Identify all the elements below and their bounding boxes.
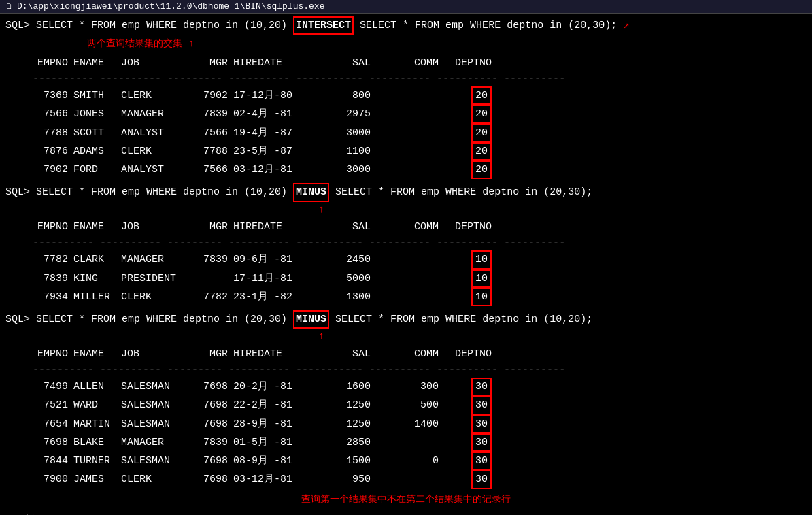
table-row: 7698BLAKEMANAGER783901-5月 -81285030 <box>5 433 807 452</box>
deptno-value: 30 <box>471 415 492 433</box>
intersect-keyword: INTERSECT <box>293 16 354 35</box>
main-content: SQL> SELECT * FROM emp WHERE deptno in (… <box>0 14 812 515</box>
table-row: 7499ALLENSALESMAN769820-2月 -81160030030 <box>5 378 807 396</box>
table-row: 7566JONESMANAGER783902-4月 -81297520 <box>5 105 807 123</box>
table-row: 7934MILLERCLERK778223-1月 -82130010 <box>5 288 807 306</box>
minus2-keyword: MINUS <box>293 310 329 329</box>
table-row: 7902FORDANALYST756603-12月-81300020 <box>5 161 807 179</box>
deptno-value: 10 <box>471 269 492 288</box>
intersect-section: SQL> SELECT * FROM emp WHERE deptno in (… <box>5 16 807 179</box>
minus2-separator: ---------- ---------- --------- --------… <box>5 362 807 378</box>
deptno-value: 20 <box>471 161 492 179</box>
deptno-value: 10 <box>471 288 492 306</box>
table-row: 7876ADAMSCLERK778823-5月 -87110020 <box>5 142 807 161</box>
minus2-annotation: 查询第一个结果集中不在第二个结果集中的记录行 <box>5 492 807 508</box>
table-row: 7844TURNERSALESMAN769808-9月 -811500030 <box>5 452 807 470</box>
deptno-value: 10 <box>471 250 492 269</box>
table-row: 7654MARTINSALESMAN769828-9月 -81125014003… <box>5 415 807 433</box>
status-line: 已选择6行。 <box>5 512 807 515</box>
intersect-sql-line: SQL> SELECT * FROM emp WHERE deptno in (… <box>5 16 807 35</box>
minus2-sql-line: SQL> SELECT * FROM emp WHERE deptno in (… <box>5 310 807 329</box>
deptno-value: 30 <box>471 433 492 452</box>
minus1-headers: EMPNOENAMEJOBMGRHIREDATESALCOMMDEPTNO <box>5 219 807 235</box>
minus1-keyword: MINUS <box>293 183 329 201</box>
minus1-section: SQL> SELECT * FROM emp WHERE deptno in (… <box>5 183 807 306</box>
deptno-value: 20 <box>471 142 492 161</box>
deptno-value: 20 <box>471 105 492 123</box>
arrow-right-1: ↗ <box>617 20 629 31</box>
minus2-section: SQL> SELECT * FROM emp WHERE deptno in (… <box>5 310 807 508</box>
deptno-value: 30 <box>471 470 492 488</box>
deptno-value: 30 <box>471 452 492 470</box>
table-row: 7839KINGPRESIDENT17-11月-81500010 <box>5 269 807 288</box>
minus1-sql-line: SQL> SELECT * FROM emp WHERE deptno in (… <box>5 183 807 201</box>
table-row: 7900JAMESCLERK769803-12月-8195030 <box>5 470 807 488</box>
window-path: D:\app\xiongjiawei\product\11.2.0\dbhome… <box>17 1 324 12</box>
intersect-annotation: 两个查询结果集的交集 ↑ <box>87 36 807 52</box>
deptno-value: 30 <box>471 396 492 414</box>
minus1-separator: ---------- ---------- --------- --------… <box>5 235 807 250</box>
deptno-value: 20 <box>471 124 492 142</box>
deptno-value: 30 <box>471 378 492 396</box>
intersect-separator: ---------- ---------- --------- --------… <box>5 71 807 86</box>
minus2-headers: EMPNOENAMEJOBMGRHIREDATESALCOMMDEPTNO <box>5 346 807 362</box>
window-icon: 🗋 <box>5 2 13 11</box>
deptno-value: 20 <box>471 86 492 105</box>
title-bar: 🗋 D:\app\xiongjiawei\product\11.2.0\dbho… <box>0 0 812 14</box>
intersect-headers: EMPNOENAMEJOBMGRHIREDATESALCOMMDEPTNO <box>5 55 807 71</box>
table-row: 7369SMITHCLERK790217-12月-8080020 <box>5 86 807 105</box>
table-row: 7521WARDSALESMAN769822-2月 -81125050030 <box>5 396 807 414</box>
table-row: 7782CLARKMANAGER783909-6月 -81245010 <box>5 250 807 269</box>
table-row: 7788SCOTTANALYST756619-4月 -87300020 <box>5 124 807 142</box>
